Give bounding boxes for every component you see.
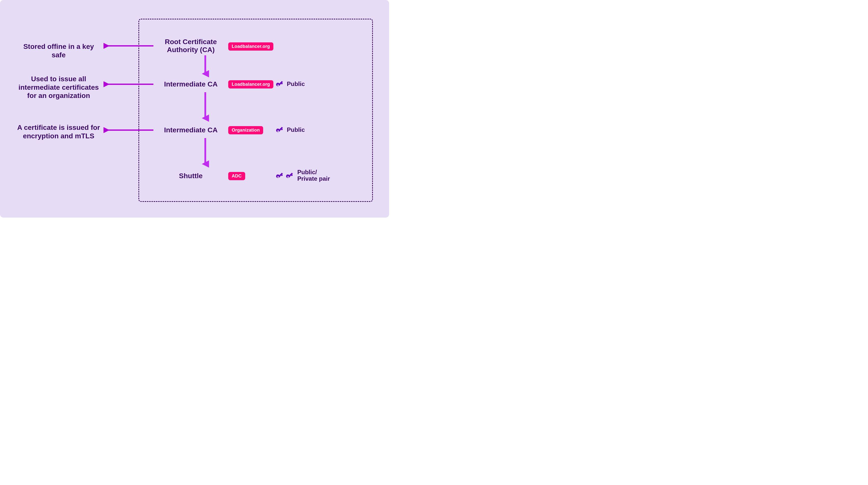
shuttle-badge: ADC [228, 172, 245, 180]
intermediate-ca-2-badge: Organization [228, 126, 263, 134]
arrow-down-2 [202, 92, 209, 122]
root-ca-label-line1: Root Certificate [165, 38, 217, 45]
root-ca-label: Root Certificate Authority (CA) [162, 38, 219, 54]
arrow-down-1 [202, 55, 209, 78]
root-ca-badge: Loadbalancer.org [228, 42, 273, 51]
key-icon [276, 126, 284, 134]
arrow-down-3 [202, 138, 209, 168]
intermediate-ca-2-label: Intermediate CA [160, 126, 222, 134]
arrow-left-2 [103, 81, 153, 87]
shuttle-key-label-line2: Private pair [297, 175, 330, 182]
shuttle-label: Shuttle [178, 172, 203, 180]
intermediate-ca-2-key-label: Public [287, 127, 305, 133]
shuttle-key-label-line1: Public/ [297, 169, 317, 175]
arrow-left-1 [103, 43, 153, 49]
arrow-left-3 [103, 127, 153, 133]
diagram-canvas: Stored offine in a key safe Used to issu… [0, 0, 389, 218]
desc-intermediate-2: A certificate is issued for encryption a… [16, 123, 101, 140]
intermediate-ca-1-label: Intermediate CA [160, 80, 222, 88]
key-icon [286, 171, 294, 180]
desc-root: Stored offine in a key safe [16, 42, 101, 59]
shuttle-key-label: Public/ Private pair [297, 169, 330, 182]
key-icon [276, 171, 284, 180]
root-ca-label-line2: Authority (CA) [167, 46, 215, 54]
intermediate-ca-1-badge: Loadbalancer.org [228, 80, 273, 89]
intermediate-ca-1-key-label: Public [287, 81, 305, 87]
key-icon [276, 80, 284, 88]
desc-intermediate-1: Used to issue all intermediate certifica… [16, 75, 101, 100]
